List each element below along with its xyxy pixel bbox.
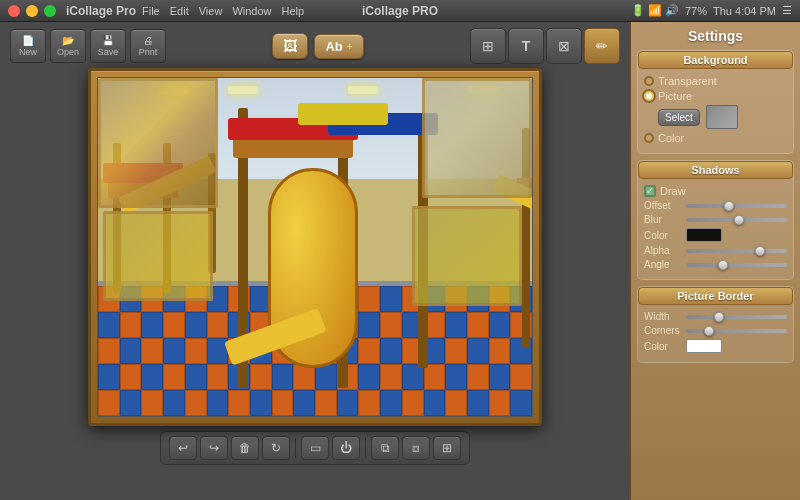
bring-forward-icon: ⧉	[381, 441, 390, 455]
angle-row: Angle	[644, 259, 787, 270]
border-width-row: Width	[644, 311, 787, 322]
settings-button[interactable]: ✏	[584, 28, 620, 64]
border-width-label: Width	[644, 311, 682, 322]
menu-icon[interactable]: ☰	[782, 4, 792, 17]
open-button[interactable]: 📂 Open	[50, 29, 86, 63]
angle-slider-track[interactable]	[686, 263, 787, 267]
main-area: 📄 New 📂 Open 💾 Save 🖨 Print	[0, 22, 800, 500]
background-section: Background Transparent Picture Select Co…	[637, 50, 794, 154]
blur-slider-thumb[interactable]	[734, 215, 744, 225]
menu-view[interactable]: View	[199, 5, 223, 17]
battery-percent: 77%	[685, 5, 707, 17]
alpha-row: Alpha	[644, 245, 787, 256]
draw-row: ✓ Draw	[644, 185, 787, 197]
corners-row: Corners	[644, 325, 787, 336]
blur-row: Blur	[644, 214, 787, 225]
blur-slider-track[interactable]	[686, 218, 787, 222]
separator-2	[365, 438, 366, 458]
playground-image	[98, 78, 532, 416]
select-button[interactable]: Select	[658, 109, 700, 126]
save-button[interactable]: 💾 Save	[90, 29, 126, 63]
color-radio[interactable]	[644, 133, 654, 143]
square-button[interactable]: ▭	[301, 436, 329, 460]
menu-help[interactable]: Help	[282, 5, 305, 17]
shadow-color-row: Color	[644, 228, 787, 242]
add-photo-icon: 🖼	[283, 38, 297, 54]
corners-slider-thumb[interactable]	[704, 326, 714, 336]
titlebar-left: iCollage Pro File Edit View Window Help	[8, 4, 304, 18]
layout-icon: ⊠	[558, 38, 570, 54]
offset-slider-thumb[interactable]	[724, 201, 734, 211]
open-icon: 📂	[62, 35, 74, 46]
grid-icon: ⊞	[482, 38, 494, 54]
angle-label: Angle	[644, 259, 682, 270]
add-text-icon: Ab	[325, 39, 342, 54]
picture-label: Picture	[658, 90, 692, 102]
menu-edit[interactable]: Edit	[170, 5, 189, 17]
settings-panel: Settings Background Transparent Picture …	[630, 22, 800, 500]
color-row: Color	[644, 132, 787, 144]
alpha-label: Alpha	[644, 245, 682, 256]
open-label: Open	[57, 47, 79, 57]
text-tool-button[interactable]: T	[508, 28, 544, 64]
shadow-color-swatch[interactable]	[686, 228, 722, 242]
layout-button[interactable]: ⊠	[546, 28, 582, 64]
print-button[interactable]: 🖨 Print	[130, 29, 166, 63]
border-color-swatch[interactable]	[686, 339, 722, 353]
grid-button[interactable]: ⊞	[433, 436, 461, 460]
bring-forward-button[interactable]: ⧉	[371, 436, 399, 460]
alpha-slider-track[interactable]	[686, 249, 787, 253]
redo-icon: ↪	[209, 441, 219, 455]
maximize-button[interactable]	[44, 5, 56, 17]
print-label: Print	[139, 47, 158, 57]
menu-file[interactable]: File	[142, 5, 160, 17]
photo-overlay-topleft[interactable]	[98, 78, 218, 208]
transparent-radio[interactable]	[644, 76, 654, 86]
offset-label: Offset	[644, 200, 682, 211]
draw-checkbox[interactable]: ✓	[644, 185, 656, 197]
clock: Thu 4:04 PM	[713, 5, 776, 17]
close-button[interactable]	[8, 5, 20, 17]
offset-row: Offset	[644, 200, 787, 211]
canvas[interactable]	[97, 77, 533, 417]
angle-slider-thumb[interactable]	[718, 260, 728, 270]
refresh-icon: ↻	[271, 441, 281, 455]
blur-label: Blur	[644, 214, 682, 225]
menu-bar: File Edit View Window Help	[142, 5, 304, 17]
send-backward-button[interactable]: ⧈	[402, 436, 430, 460]
undo-icon: ↩	[178, 441, 188, 455]
photo-overlay-topright[interactable]	[422, 78, 532, 198]
picture-radio[interactable]	[644, 91, 654, 101]
border-width-slider-track[interactable]	[686, 315, 787, 319]
add-photo-button[interactable]: 🖼	[272, 33, 308, 59]
status-icons: 🔋 📶 🔊	[631, 4, 679, 17]
settings-title: Settings	[637, 28, 794, 44]
power-button[interactable]: ⏻	[332, 436, 360, 460]
grid-view-button[interactable]: ⊞	[470, 28, 506, 64]
titlebar: iCollage Pro File Edit View Window Help …	[0, 0, 800, 22]
minimize-button[interactable]	[26, 5, 38, 17]
trash-icon: 🗑	[239, 441, 251, 455]
photo-overlay-bottomright[interactable]	[412, 206, 522, 306]
offset-slider-track[interactable]	[686, 204, 787, 208]
new-button[interactable]: 📄 New	[10, 29, 46, 63]
redo-button[interactable]: ↪	[200, 436, 228, 460]
add-text-button[interactable]: Ab +	[314, 34, 363, 59]
settings-icon: ✏	[596, 38, 608, 54]
border-width-slider-thumb[interactable]	[714, 312, 724, 322]
delete-button[interactable]: 🗑	[231, 436, 259, 460]
picture-thumbnail	[706, 105, 738, 129]
menu-window[interactable]: Window	[232, 5, 271, 17]
grid-icon-bottom: ⊞	[442, 441, 452, 455]
border-color-row: Color	[644, 339, 787, 353]
picture-border-header: Picture Border	[638, 287, 793, 305]
canvas-area: 📄 New 📂 Open 💾 Save 🖨 Print	[0, 22, 630, 500]
alpha-slider-thumb[interactable]	[755, 246, 765, 256]
refresh-button[interactable]: ↻	[262, 436, 290, 460]
photo-overlay-bottomleft[interactable]	[103, 211, 213, 301]
save-label: Save	[98, 47, 119, 57]
undo-button[interactable]: ↩	[169, 436, 197, 460]
canvas-frame	[88, 68, 542, 426]
corners-slider-track[interactable]	[686, 329, 787, 333]
save-icon: 💾	[102, 35, 114, 46]
